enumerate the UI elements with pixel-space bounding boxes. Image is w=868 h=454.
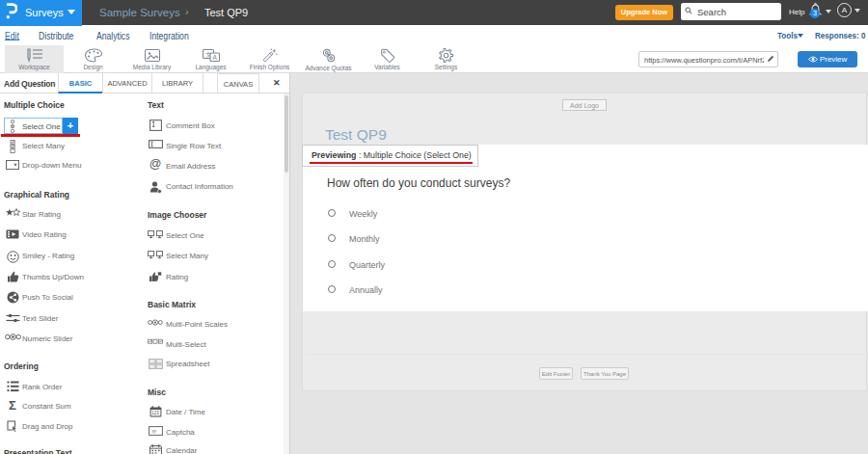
- svg-text:vy: vy: [151, 428, 156, 434]
- svg-text:A: A: [212, 54, 217, 61]
- svg-text:123: 123: [151, 411, 159, 415]
